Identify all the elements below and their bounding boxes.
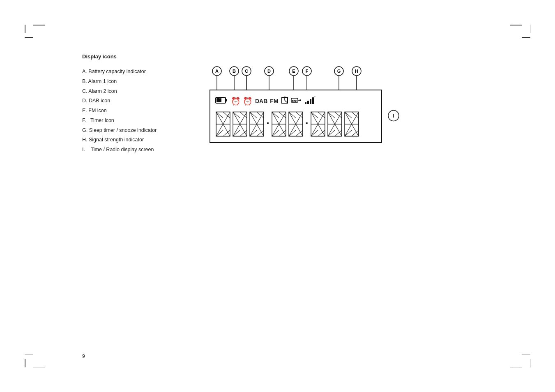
corner-bl-horizontal (25, 355, 33, 355)
svg-line-62 (257, 112, 264, 118)
item-letter: G. (82, 127, 88, 133)
svg-line-61 (250, 112, 257, 118)
timer-icon (281, 97, 288, 106)
svg-point-9 (265, 67, 274, 76)
i-circle: I (387, 110, 400, 122)
main-content: Display icons A. Battery capacity indica… (82, 53, 522, 155)
svg-line-71 (272, 130, 279, 136)
digits-area: · (215, 111, 376, 137)
svg-point-21 (352, 67, 361, 76)
svg-point-6 (242, 67, 251, 76)
item-label: Battery capacity indicator (88, 69, 146, 74)
alarm1-icon: ⏰ (231, 97, 241, 106)
svg-point-0 (212, 67, 221, 76)
corner-bl-vertical (25, 359, 25, 367)
corner-tl-tick (33, 25, 45, 25)
svg-line-78 (296, 112, 303, 118)
corner-bl-tick (33, 367, 45, 368)
svg-line-53 (233, 112, 240, 118)
item-label: Timer icon (88, 118, 114, 123)
svg-line-47 (216, 130, 223, 136)
svg-line-88 (318, 130, 325, 136)
seg-digit-8 (344, 111, 359, 137)
item-label: Signal strength indicator (89, 137, 144, 143)
dab-icon: DAB (255, 98, 267, 104)
corner-br-horizontal (522, 355, 530, 355)
svg-text:E: E (292, 69, 295, 74)
svg-text:A: A (215, 69, 219, 74)
list-item: E. FM icon (82, 106, 164, 116)
corner-tr-horizontal (522, 37, 530, 38)
seg-digit-2 (232, 111, 248, 137)
i-label-container: I (387, 110, 400, 123)
svg-rect-26 (216, 98, 220, 102)
svg-rect-39 (312, 97, 314, 104)
sleep-icon: zzz (291, 97, 302, 106)
page-number: 9 (82, 353, 85, 359)
corner-tl-horizontal (25, 37, 33, 38)
item-label: Time / Radio display screen (86, 147, 154, 152)
svg-line-87 (311, 130, 318, 136)
svg-line-63 (250, 130, 257, 136)
svg-line-69 (272, 112, 279, 118)
svg-line-56 (240, 130, 247, 136)
svg-text:F: F (306, 69, 309, 74)
signal-icon (305, 97, 315, 106)
svg-line-46 (223, 112, 230, 118)
corner-tl-vertical (25, 25, 25, 33)
item-letter: A. (82, 69, 87, 74)
svg-line-96 (335, 130, 342, 136)
svg-text:H: H (355, 69, 358, 74)
svg-line-64 (257, 130, 264, 136)
svg-point-12 (289, 67, 298, 76)
display-diagram-column: A B C D E (210, 63, 382, 155)
svg-text:D: D (267, 69, 271, 74)
battery-icon (215, 97, 228, 106)
svg-line-79 (289, 130, 296, 136)
item-letter: E. (82, 108, 87, 113)
svg-line-94 (335, 112, 342, 118)
item-letter: F. (82, 118, 86, 123)
seg-digit-6 (310, 111, 326, 137)
svg-line-80 (296, 130, 303, 136)
list-item: H. Signal strength indicator (82, 135, 164, 145)
dot-separator-2: · (305, 117, 309, 130)
item-label: Alarm 1 icon (88, 78, 117, 84)
svg-line-101 (345, 112, 352, 118)
svg-line-86 (318, 112, 325, 118)
svg-line-93 (328, 112, 335, 118)
seg-digit-4 (271, 111, 287, 137)
item-letter: I. (82, 147, 85, 152)
content-columns: A. Battery capacity indicator B. Alarm 1… (82, 67, 522, 155)
list-item: D. DAB icon (82, 96, 164, 106)
svg-line-104 (352, 130, 359, 136)
list-item: A. Battery capacity indicator (82, 67, 164, 77)
seg-digit-1 (215, 111, 231, 137)
item-label: Sleep timer / snooze indicator (89, 127, 157, 133)
item-letter: B. (82, 78, 87, 84)
icons-row: ⏰ ⏰ DAB FM (215, 95, 376, 108)
svg-point-3 (230, 67, 239, 76)
svg-line-103 (345, 130, 352, 136)
svg-line-45 (216, 112, 223, 118)
corner-br-vertical (530, 359, 531, 367)
svg-line-95 (328, 130, 335, 136)
svg-rect-36 (305, 102, 306, 104)
svg-text:B: B (233, 69, 236, 74)
list-item: I. Time / Radio display screen (82, 145, 164, 155)
alarm2-icon: ⏰ (243, 97, 253, 106)
item-label: FM icon (88, 108, 106, 113)
svg-line-72 (279, 130, 286, 136)
list-item: C. Alarm 2 icon (82, 87, 164, 97)
svg-text:zzz: zzz (292, 99, 297, 103)
corner-br-tick (510, 367, 522, 368)
svg-line-55 (233, 130, 240, 136)
list-item: F. Timer icon (82, 116, 164, 126)
svg-line-85 (311, 112, 318, 118)
item-list: A. Battery capacity indicator B. Alarm 1… (82, 67, 164, 155)
item-letter: D. (82, 98, 88, 104)
seg-digit-3 (249, 111, 265, 137)
svg-text:G: G (337, 69, 341, 74)
svg-point-15 (302, 67, 311, 76)
svg-line-54 (240, 112, 247, 118)
